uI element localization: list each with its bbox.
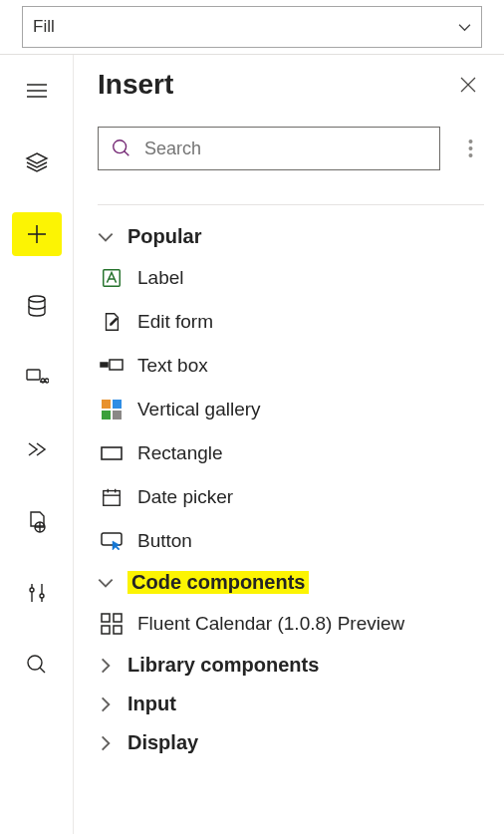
group-label: Library components bbox=[127, 654, 319, 677]
rail-hamburger-button[interactable] bbox=[12, 69, 62, 113]
textbox-icon bbox=[100, 354, 124, 378]
svg-rect-40 bbox=[102, 614, 110, 622]
chevrons-right-icon bbox=[25, 437, 49, 461]
svg-rect-25 bbox=[113, 400, 122, 409]
group-label: Popular bbox=[127, 225, 201, 248]
insert-panel: Insert bbox=[74, 55, 504, 834]
insert-item-datepicker[interactable]: Date picker bbox=[98, 475, 484, 519]
group-input[interactable]: Input bbox=[98, 685, 484, 723]
rail-data-button[interactable] bbox=[12, 284, 62, 328]
rail-media-button[interactable] bbox=[12, 356, 62, 400]
rail-insert-button[interactable] bbox=[12, 212, 62, 256]
svg-point-16 bbox=[114, 140, 126, 153]
svg-rect-24 bbox=[102, 400, 111, 409]
item-label: Label bbox=[137, 267, 184, 289]
insert-item-fluent-calendar[interactable]: Fluent Calendar (1.0.8) Preview bbox=[98, 602, 484, 646]
item-label: Vertical gallery bbox=[137, 399, 261, 420]
database-icon bbox=[25, 294, 49, 318]
chevron-right-icon bbox=[98, 658, 114, 674]
group-display[interactable]: Display bbox=[98, 723, 484, 762]
group-label: Code components bbox=[127, 571, 309, 594]
svg-line-13 bbox=[40, 668, 45, 673]
insert-item-button[interactable]: Button bbox=[98, 519, 484, 563]
chevron-right-icon bbox=[98, 697, 114, 712]
sliders-icon bbox=[25, 581, 49, 605]
document-globe-icon bbox=[25, 509, 49, 533]
insert-item-vertical-gallery[interactable]: Vertical gallery bbox=[98, 388, 484, 431]
item-label: Rectangle bbox=[137, 442, 223, 464]
item-label: Fluent Calendar (1.0.8) Preview bbox=[137, 613, 404, 635]
layers-icon bbox=[25, 150, 49, 174]
gallery-icon bbox=[100, 398, 124, 421]
chevron-down-icon bbox=[98, 575, 114, 591]
svg-rect-22 bbox=[110, 360, 123, 370]
svg-point-12 bbox=[28, 656, 42, 670]
property-dropdown-value: Fill bbox=[33, 17, 55, 37]
rail-search-button[interactable] bbox=[12, 643, 62, 687]
svg-rect-26 bbox=[102, 411, 111, 419]
hamburger-icon bbox=[26, 83, 48, 99]
group-label: Display bbox=[127, 731, 198, 754]
chevron-down-icon bbox=[98, 229, 114, 245]
grid-icon bbox=[100, 612, 124, 636]
plus-icon bbox=[25, 222, 49, 246]
item-label: Date picker bbox=[137, 486, 233, 508]
svg-rect-27 bbox=[113, 411, 122, 419]
button-icon bbox=[100, 529, 124, 553]
chevron-down-icon bbox=[458, 21, 471, 34]
group-popular[interactable]: Popular bbox=[98, 217, 484, 256]
svg-rect-41 bbox=[114, 614, 122, 622]
svg-rect-39 bbox=[102, 533, 122, 545]
more-vertical-icon bbox=[468, 139, 473, 158]
item-label: Text box bbox=[137, 355, 208, 377]
svg-point-11 bbox=[40, 594, 44, 598]
svg-point-9 bbox=[30, 588, 34, 592]
insert-item-textbox[interactable]: Text box bbox=[98, 344, 484, 388]
svg-rect-28 bbox=[102, 447, 122, 459]
search-icon bbox=[25, 653, 49, 677]
group-code-components[interactable]: Code components bbox=[98, 563, 484, 602]
svg-line-17 bbox=[125, 151, 129, 156]
panel-close-button[interactable] bbox=[452, 69, 484, 101]
label-icon bbox=[100, 266, 124, 290]
calendar-icon bbox=[100, 485, 124, 509]
group-library-components[interactable]: Library components bbox=[98, 646, 484, 685]
svg-rect-43 bbox=[114, 626, 122, 634]
editform-icon bbox=[100, 310, 124, 334]
left-rail bbox=[0, 55, 74, 834]
svg-point-18 bbox=[468, 139, 472, 143]
item-label: Button bbox=[137, 530, 192, 552]
insert-item-editform[interactable]: Edit form bbox=[98, 300, 484, 344]
rail-treeview-button[interactable] bbox=[12, 140, 62, 184]
insert-item-rectangle[interactable]: Rectangle bbox=[98, 431, 484, 475]
rectangle-icon bbox=[100, 441, 124, 465]
item-label: Edit form bbox=[137, 311, 213, 333]
panel-more-button[interactable] bbox=[456, 129, 484, 168]
group-label: Input bbox=[127, 693, 176, 715]
svg-point-5 bbox=[29, 296, 45, 302]
svg-rect-23 bbox=[101, 363, 108, 367]
svg-rect-6 bbox=[27, 370, 40, 380]
property-dropdown[interactable]: Fill bbox=[22, 6, 482, 48]
media-icon bbox=[25, 366, 49, 390]
svg-rect-42 bbox=[102, 626, 110, 634]
rail-flows-button[interactable] bbox=[12, 427, 62, 471]
close-icon bbox=[459, 76, 477, 94]
search-box[interactable] bbox=[98, 127, 440, 170]
search-input[interactable] bbox=[144, 139, 427, 159]
rail-tools-button[interactable] bbox=[12, 571, 62, 615]
separator bbox=[98, 204, 484, 205]
rail-variables-button[interactable] bbox=[12, 499, 62, 543]
search-icon bbox=[111, 138, 132, 159]
svg-rect-29 bbox=[104, 491, 121, 506]
svg-point-20 bbox=[468, 153, 472, 157]
insert-item-label[interactable]: Label bbox=[98, 256, 484, 300]
panel-title: Insert bbox=[98, 69, 173, 101]
svg-point-19 bbox=[468, 146, 472, 150]
chevron-right-icon bbox=[98, 735, 114, 751]
